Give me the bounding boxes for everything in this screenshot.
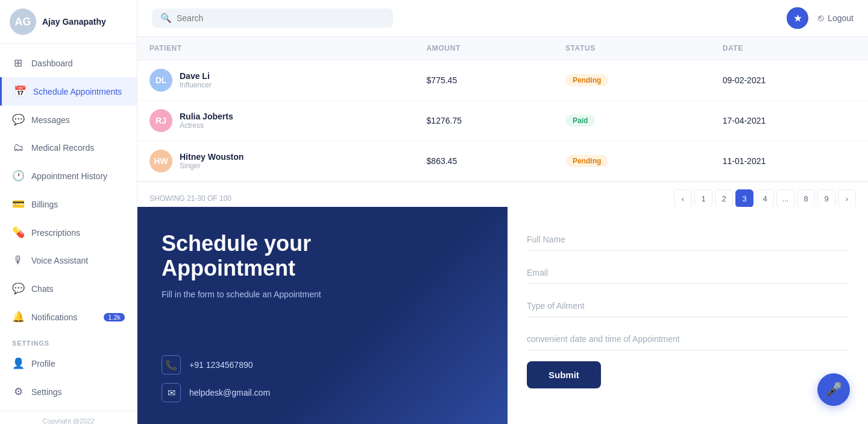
patient-role: Influencer <box>180 81 212 89</box>
settings-section-label: SETTINGS <box>0 331 137 349</box>
sidebar-item-appointment-history[interactable]: 🕐 Appointment History <box>0 162 137 190</box>
sidebar-item-settings[interactable]: ⚙ Settings <box>0 378 137 406</box>
table-row: DL Dave Li Influencer $775.45 Pending 09… <box>137 60 868 101</box>
profile-icon: 👤 <box>12 357 24 370</box>
status-badge: Paid <box>565 115 595 127</box>
patient-name: Rulia Joberts <box>180 112 233 121</box>
settings-icon: ⚙ <box>12 385 24 398</box>
email-field[interactable] <box>527 262 849 284</box>
patient-cell: DL Dave Li Influencer <box>137 60 415 101</box>
amount-cell: $775.45 <box>415 60 553 101</box>
ailment-input[interactable] <box>527 295 849 317</box>
sidebar-item-label: Chats <box>31 284 54 294</box>
search-input[interactable] <box>177 13 385 23</box>
patient-name: Hitney Wouston <box>180 152 244 162</box>
pagination-prev[interactable]: ‹ <box>674 189 692 207</box>
amount-cell: $1276.75 <box>415 101 553 141</box>
sidebar-item-label: Messages <box>31 115 70 125</box>
sidebar-item-label: Appointment History <box>31 171 107 181</box>
sidebar-nav: ⊞ Dashboard 📅 Schedule Appointments 💬 Me… <box>0 44 137 411</box>
topbar: 🔍 ★ ⎋ Logout <box>137 0 868 37</box>
date-cell: 11-01-2021 <box>711 141 868 182</box>
sidebar-item-label: Medical Records <box>31 143 94 153</box>
pagination-info: SHOWING 21-30 OF 100 <box>149 194 231 203</box>
table-row: RJ Rulia Joberts Actress $1276.75 Paid 1… <box>137 101 868 141</box>
page-btn-8[interactable]: 8 <box>797 189 815 207</box>
pagination-next[interactable]: › <box>838 189 856 207</box>
patient-cell: RJ Rulia Joberts Actress <box>137 101 415 141</box>
submit-button[interactable]: Submit <box>527 361 601 388</box>
schedule-right-panel: Submit <box>508 207 868 424</box>
prescriptions-icon: 💊 <box>12 226 24 239</box>
col-date: Date <box>711 37 868 60</box>
sidebar-item-notifications[interactable]: 🔔 Notifications 1.2k <box>0 303 137 331</box>
dashboard-icon: ⊞ <box>12 57 24 69</box>
sidebar-item-schedule-appointments[interactable]: 📅 Schedule Appointments <box>0 77 137 106</box>
search-icon: 🔍 <box>160 13 172 24</box>
phone-icon: 📞 <box>162 355 181 375</box>
sidebar-item-voice-assistant[interactable]: 🎙 Voice Assistant <box>0 247 137 274</box>
amount-cell: $863.45 <box>415 141 553 182</box>
page-btn-1[interactable]: 1 <box>694 189 712 207</box>
patient-name: Dave Li <box>180 71 212 81</box>
topbar-actions: ★ ⎋ Logout <box>787 7 854 29</box>
sidebar-item-label: Billings <box>31 200 58 209</box>
page-btn-3[interactable]: 3 <box>735 189 753 207</box>
status-cell: Pending <box>553 141 711 182</box>
logout-button[interactable]: ⎋ Logout <box>818 13 854 24</box>
page-btn-4[interactable]: 4 <box>756 189 774 207</box>
sidebar-item-dashboard[interactable]: ⊞ Dashboard <box>0 49 137 77</box>
col-status: Status <box>553 37 711 60</box>
voice-assistant-fab[interactable]: 🎤 <box>817 373 850 406</box>
page-btn-9[interactable]: 9 <box>817 189 835 207</box>
full-name-input[interactable] <box>527 229 849 251</box>
medical-records-icon: 🗂 <box>12 142 24 154</box>
sidebar-item-profile[interactable]: 👤 Profile <box>0 349 137 378</box>
phone-contact: 📞 +91 1234567890 <box>162 355 483 375</box>
appointment-history-icon: 🕐 <box>12 169 24 182</box>
patient-role: Singer <box>180 162 244 170</box>
patient-cell: HW Hitney Wouston Singer <box>137 141 415 182</box>
table-row: HW Hitney Wouston Singer $863.45 Pending… <box>137 141 868 182</box>
schedule-title: Schedule your Appointment <box>162 231 483 281</box>
main-content: 🔍 ★ ⎋ Logout Patient Amount Status Date <box>137 0 868 424</box>
sidebar-item-label: Prescriptions <box>31 228 80 238</box>
patient-avatar: DL <box>149 69 172 92</box>
date-cell: 17-04-2021 <box>711 101 868 141</box>
notifications-icon: 🔔 <box>12 311 24 323</box>
favorites-button[interactable]: ★ <box>787 7 808 29</box>
col-amount: Amount <box>415 37 553 60</box>
contact-info: 📞 +91 1234567890 ✉ helpdesk@gmail.com <box>162 355 483 402</box>
sidebar-header: AG Ajay Ganapathy <box>0 0 137 44</box>
status-badge: Pending <box>565 155 608 167</box>
sidebar-item-messages[interactable]: 💬 Messages <box>0 106 137 134</box>
sidebar-item-label: Settings <box>31 387 62 397</box>
patient-role: Actress <box>180 121 233 130</box>
sidebar-item-label: Dashboard <box>31 59 73 68</box>
logout-icon: ⎋ <box>818 13 824 24</box>
status-badge: Pending <box>565 74 608 86</box>
search-box[interactable]: 🔍 <box>152 8 393 28</box>
pagination-controls: ‹1234...89› <box>674 189 856 207</box>
page-btn-2[interactable]: 2 <box>715 189 733 207</box>
sidebar-item-medical-records[interactable]: 🗂 Medical Records <box>0 134 137 162</box>
status-cell: Pending <box>553 60 711 101</box>
sidebar-item-chats[interactable]: 💬 Chats <box>0 274 137 303</box>
avatar: AG <box>10 8 36 35</box>
date-cell: 09-02-2021 <box>711 60 868 101</box>
patient-avatar: HW <box>149 150 172 172</box>
datetime-input[interactable] <box>527 328 849 350</box>
sidebar-item-label: Notifications <box>31 312 77 322</box>
sidebar-item-label: Voice Assistant <box>31 256 88 265</box>
sidebar: AG Ajay Ganapathy ⊞ Dashboard 📅 Schedule… <box>0 0 137 424</box>
user-name: Ajay Ganapathy <box>42 17 106 27</box>
schedule-section: Schedule your Appointment Fill in the fo… <box>137 207 868 424</box>
schedule-subtitle: Fill in the form to schedule an Appointm… <box>162 290 483 299</box>
sidebar-item-prescriptions[interactable]: 💊 Prescriptions <box>0 218 137 247</box>
page-btn-...[interactable]: ... <box>776 189 794 207</box>
sidebar-item-billings[interactable]: 💳 Billings <box>0 190 137 218</box>
schedule-left-panel: Schedule your Appointment Fill in the fo… <box>137 207 508 424</box>
appointments-table-section: Patient Amount Status Date DL Dave Li In… <box>137 37 868 207</box>
patient-avatar: RJ <box>149 109 172 132</box>
chats-icon: 💬 <box>12 282 24 295</box>
